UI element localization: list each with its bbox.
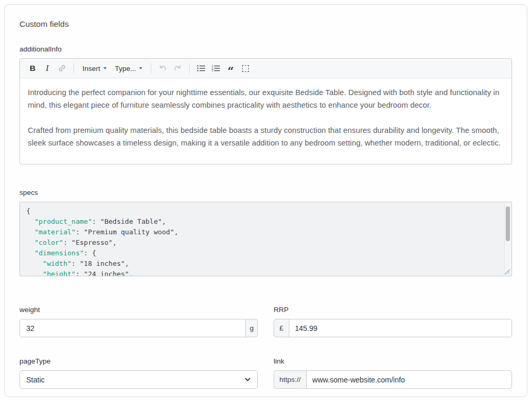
weight-input[interactable]	[20, 319, 246, 337]
toolbar-divider	[151, 63, 151, 74]
link-input[interactable]	[306, 371, 512, 388]
editor-paragraph: Crafted from premium quality materials, …	[28, 124, 503, 149]
link-label: link	[274, 357, 512, 365]
pageType-selected-value: Static	[26, 376, 45, 384]
redo-button[interactable]	[170, 61, 185, 76]
undo-button[interactable]	[155, 61, 170, 76]
scrollbar-track[interactable]	[504, 203, 511, 275]
blockquote-icon: “	[227, 63, 234, 74]
numbered-list-button[interactable]: 123	[208, 61, 223, 76]
undo-icon	[158, 63, 168, 74]
svg-text:3: 3	[212, 69, 213, 72]
additionalInfo-label: additionalInfo	[19, 45, 512, 53]
redo-icon	[172, 63, 183, 74]
chevron-down-icon	[103, 67, 107, 69]
type-dropdown-label: Type...	[115, 65, 137, 72]
panel-title: Custom fields	[19, 19, 512, 29]
type-dropdown[interactable]: Type...	[111, 61, 147, 76]
pageType-label: pageType	[19, 357, 258, 365]
link-icon	[57, 64, 67, 73]
custom-fields-panel: Custom fields additionalInfo B I Insert …	[4, 4, 527, 397]
bullet-list-button[interactable]	[194, 61, 208, 76]
rrp-input[interactable]	[289, 319, 512, 337]
editor-paragraph: Introducing the perfect companion for yo…	[28, 86, 503, 111]
link-button[interactable]	[55, 61, 69, 76]
toolbar-divider	[189, 63, 190, 74]
blockquote-button[interactable]: “	[223, 61, 238, 76]
rrp-input-group: £	[274, 319, 512, 337]
weight-unit-addon: g	[245, 319, 258, 337]
rrp-label: RRP	[274, 306, 512, 314]
specs-label: specs	[19, 189, 512, 196]
bold-button[interactable]: B	[25, 61, 40, 76]
link-input-group: https://	[274, 370, 512, 389]
bullet-list-icon	[196, 63, 206, 74]
chevron-down-icon	[244, 376, 251, 383]
pageType-select[interactable]: Static	[19, 370, 258, 389]
toolbar-divider	[74, 63, 74, 74]
editor-toolbar: B I Insert Type...	[20, 59, 512, 78]
scrollbar-thumb[interactable]	[506, 206, 510, 241]
visual-blocks-button[interactable]	[238, 61, 253, 76]
numbered-list-icon: 123	[211, 63, 221, 74]
weight-label: weight	[19, 306, 258, 314]
specs-code-content: { "product_name": "Bedside Table", "mate…	[20, 202, 512, 276]
insert-dropdown[interactable]: Insert	[78, 61, 111, 76]
editor-content[interactable]: Introducing the perfect companion for yo…	[20, 78, 512, 164]
resize-handle-icon[interactable]	[505, 269, 510, 274]
specs-code-editor[interactable]: { "product_name": "Bedside Table", "mate…	[19, 202, 512, 276]
chevron-down-icon	[139, 67, 142, 69]
rich-text-editor: B I Insert Type...	[19, 58, 512, 164]
weight-input-group: g	[19, 319, 258, 337]
currency-addon: £	[274, 319, 289, 337]
insert-dropdown-label: Insert	[82, 65, 100, 72]
italic-button[interactable]: I	[40, 61, 55, 76]
visual-blocks-icon	[242, 65, 249, 72]
protocol-addon: https://	[274, 370, 307, 389]
